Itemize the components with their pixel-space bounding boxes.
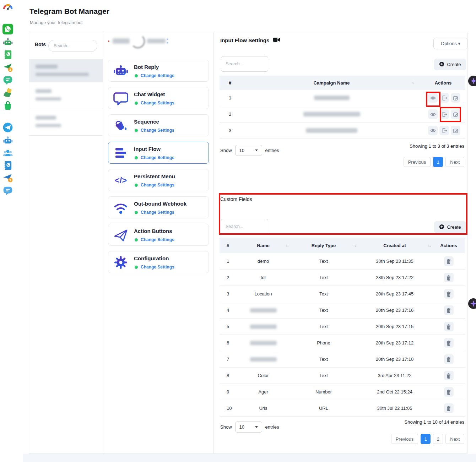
view-button[interactable]	[428, 93, 438, 103]
change-settings-link[interactable]: Change Settings	[141, 183, 174, 187]
view-button[interactable]	[428, 126, 438, 135]
flow-pagination: Previous1Next	[404, 157, 464, 167]
field-name: Urls	[237, 406, 290, 411]
status-dot	[135, 184, 138, 187]
change-settings-link[interactable]: Change Settings	[141, 128, 174, 133]
dashboard-gauge-icon[interactable]	[2, 3, 13, 13]
settings-card-configuration[interactable]: Configuration Change Settings	[108, 251, 209, 273]
field-name	[237, 325, 290, 329]
delete-button[interactable]	[444, 273, 454, 282]
row-number: 10	[220, 406, 237, 411]
redacted-bot-name	[36, 89, 52, 93]
edit-button[interactable]	[451, 93, 460, 103]
page-button-1[interactable]: 1	[433, 157, 443, 167]
audience-group-icon[interactable]	[2, 148, 13, 158]
settings-card-chat-widget[interactable]: Chat Widget Change Settings	[108, 87, 209, 109]
settings-card-bot-reply[interactable]: Bot Reply Change Settings	[108, 60, 209, 82]
chat-blue-icon[interactable]	[2, 185, 13, 196]
flow-create-label: Create	[447, 62, 461, 67]
whatsapp-icon[interactable]	[2, 24, 13, 34]
redacted-bot-username	[147, 39, 166, 43]
entries-label: entries	[265, 148, 279, 153]
delete-button[interactable]	[444, 354, 454, 364]
col-created-at[interactable]: Created at	[357, 243, 432, 248]
change-settings-link[interactable]: Change Settings	[141, 73, 174, 78]
options-button[interactable]: Options ▾	[433, 38, 468, 49]
delete-button[interactable]	[444, 256, 454, 266]
col-campaign-name[interactable]: Campaign Name	[242, 80, 421, 86]
change-settings-link[interactable]: Change Settings	[141, 100, 174, 105]
broadcast-blue-icon[interactable]: 1	[2, 173, 13, 183]
edit-button[interactable]	[451, 109, 460, 119]
settings-card-persistent-menu[interactable]: </> Persistent Menu Change Settings	[108, 169, 209, 191]
change-settings-link[interactable]: Change Settings	[141, 155, 174, 160]
redacted-bot-name	[36, 65, 58, 69]
next-page-button[interactable]: Next	[445, 157, 464, 167]
bot-blue-icon[interactable]	[2, 135, 13, 146]
settings-card-action-buttons[interactable]: Action Buttons Change Settings	[108, 224, 209, 246]
settings-card-input-flow[interactable]: Input Flow Change Settings	[108, 142, 209, 164]
custom-fields-table-header: # Name Reply Type Created at Actions ↑↓ …	[220, 238, 465, 253]
sort-icon-active[interactable]: ↑↓	[428, 244, 431, 248]
redacted-field-name	[250, 308, 277, 312]
export-button[interactable]	[439, 126, 449, 135]
export-button[interactable]	[439, 109, 449, 119]
bot-green-icon[interactable]	[2, 37, 13, 47]
field-created-at: 2nd Oct 22 15:24	[357, 389, 432, 395]
delete-button[interactable]	[444, 387, 454, 397]
sort-icon[interactable]: ↑↓	[353, 244, 356, 248]
edit-button[interactable]	[451, 126, 460, 135]
flow-search-input[interactable]	[221, 56, 268, 72]
bot-list-item[interactable]	[29, 109, 103, 136]
contacts-phone-blue-icon[interactable]	[2, 160, 13, 171]
broadcast-green-icon[interactable]: 1	[2, 62, 13, 73]
fields-entries-summary: Showing 1 to 10 of 14 entries	[405, 419, 464, 425]
fields-create-button[interactable]: Create	[434, 221, 466, 233]
col-name[interactable]: Name	[237, 243, 290, 248]
page-button-2[interactable]: 2	[433, 434, 443, 444]
integrations-puzzle-icon[interactable]	[2, 87, 13, 98]
change-settings-link[interactable]: Change Settings	[141, 265, 174, 270]
bot-list-item[interactable]	[29, 82, 103, 109]
table-row: 8 Color Text 3rd Apr 23 11:22	[220, 368, 465, 384]
field-created-at: 20th Sep 23 17:10	[357, 357, 432, 362]
contacts-phone-green-icon[interactable]	[2, 49, 13, 60]
telegram-bot-manager-screen: 11 Telegram Bot Manager Manage your Tele…	[0, 0, 476, 462]
svg-text:1: 1	[9, 178, 11, 182]
delete-button[interactable]	[444, 371, 454, 380]
col-reply-type[interactable]: Reply Type	[290, 243, 357, 248]
previous-page-button[interactable]: Previous	[391, 434, 418, 444]
sort-icon[interactable]: ↑↓	[411, 81, 414, 85]
settings-card-sequence[interactable]: Sequence Change Settings	[108, 114, 209, 136]
delete-button[interactable]	[444, 289, 454, 299]
card-title: Out-bound Webhook	[134, 201, 186, 207]
field-created-at: 20th Sep 23 17:15	[357, 324, 432, 329]
flow-create-button[interactable]: Create	[434, 59, 466, 70]
fields-page-size-select[interactable]: 10	[235, 422, 262, 433]
delete-button[interactable]	[444, 322, 454, 331]
delete-button[interactable]	[444, 403, 454, 413]
next-page-button[interactable]: Next	[445, 434, 464, 444]
change-settings-link[interactable]: Change Settings	[141, 237, 174, 242]
sort-icon[interactable]: ↑↓	[286, 244, 288, 248]
shop-bag-icon[interactable]	[2, 100, 13, 111]
bots-search-input[interactable]	[48, 40, 97, 52]
delete-button[interactable]	[444, 305, 454, 315]
col-num: #	[220, 243, 237, 248]
export-button[interactable]	[439, 93, 449, 103]
fields-search-input[interactable]	[221, 219, 268, 234]
card-title: Sequence	[134, 119, 159, 125]
redacted-bot-name	[36, 116, 56, 120]
flow-page-size-select[interactable]: 10	[235, 145, 262, 156]
page-button-1[interactable]: 1	[421, 434, 431, 444]
telegram-icon[interactable]	[2, 122, 13, 133]
change-settings-link[interactable]: Change Settings	[141, 210, 174, 215]
chat-green-icon[interactable]	[2, 75, 13, 86]
bot-list-item[interactable]	[29, 59, 103, 82]
view-button[interactable]	[428, 109, 438, 119]
delete-button[interactable]	[444, 338, 454, 348]
ai-sparkle-button[interactable]	[468, 76, 476, 86]
previous-page-button[interactable]: Previous	[404, 157, 431, 167]
ai-sparkle-button[interactable]	[468, 298, 476, 309]
settings-card-out-bound-webhook[interactable]: Out-bound Webhook Change Settings	[108, 196, 209, 218]
